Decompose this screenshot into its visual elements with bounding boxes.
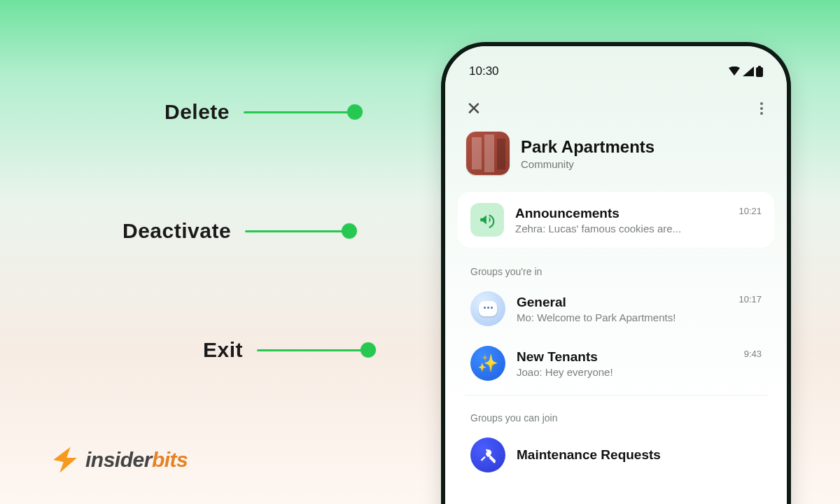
status-bar: 10:30 (445, 46, 787, 84)
sparkles-icon: ✨ (470, 346, 505, 381)
svg-rect-0 (756, 67, 763, 77)
label-delete: Delete (164, 100, 230, 124)
label-deactivate-row: Deactivate (122, 217, 357, 245)
status-time: 10:30 (469, 64, 499, 78)
chat-time: 10:21 (738, 206, 762, 216)
label-deactivate: Deactivate (122, 219, 231, 243)
connector-dot (360, 342, 376, 358)
label-exit: Exit (203, 338, 243, 362)
chat-preview: Zehra: Lucas' famous cookies are... (515, 223, 727, 234)
chat-title: New Tenants (517, 349, 733, 365)
status-icons (728, 66, 763, 77)
community-title-block: Park Apartments Community (521, 137, 654, 170)
connector-line (257, 349, 362, 351)
chat-maintenance[interactable]: Maintenance Requests (458, 428, 774, 482)
chat-body: Maintenance Requests (517, 447, 762, 463)
section-groups-in: Groups you're in (445, 253, 787, 281)
chat-title: Announcements (515, 206, 727, 221)
speech-bubble-icon (470, 291, 505, 326)
community-title: Park Apartments (521, 137, 654, 157)
connector-dot (347, 104, 363, 120)
logo-arrow-icon (49, 444, 81, 476)
logo-text: insiderbits (85, 448, 188, 472)
chat-general[interactable]: General Mo: Welcome to Park Apartments! … (458, 281, 774, 336)
chat-preview: Joao: Hey everyone! (517, 366, 733, 378)
label-delete-row: Delete (164, 98, 363, 126)
more-options-icon[interactable] (757, 99, 766, 118)
connector-dot (342, 223, 357, 239)
chat-time: 9:43 (744, 349, 762, 359)
community-avatar (466, 132, 510, 175)
svg-rect-1 (758, 66, 761, 68)
illustration-canvas: Delete Deactivate Exit insiderbits 10:30 (0, 0, 840, 504)
chat-time: 10:17 (738, 294, 762, 304)
connector-line (244, 111, 349, 113)
chat-body: Announcements Zehra: Lucas' famous cooki… (515, 206, 727, 234)
close-icon[interactable]: ✕ (466, 99, 482, 118)
header-row: ✕ (445, 84, 787, 126)
chat-body: General Mo: Welcome to Park Apartments! (517, 295, 727, 323)
chat-body: New Tenants Joao: Hey everyone! (517, 349, 733, 378)
megaphone-icon (470, 203, 504, 237)
chat-preview: Mo: Welcome to Park Apartments! (517, 312, 727, 323)
label-exit-row: Exit (203, 336, 376, 364)
community-header[interactable]: Park Apartments Community (445, 126, 787, 192)
chat-title: Maintenance Requests (517, 447, 762, 463)
logo-text-part1: insider (85, 448, 152, 471)
section-groups-join: Groups you can join (445, 400, 787, 428)
community-subtitle: Community (521, 158, 654, 170)
chat-new-tenants[interactable]: ✨ New Tenants Joao: Hey everyone! 9:43 (458, 336, 774, 391)
logo-text-part2: bits (152, 448, 188, 471)
chat-announcements[interactable]: Announcements Zehra: Lucas' famous cooki… (458, 192, 774, 248)
divider (465, 395, 767, 396)
battery-icon (756, 66, 763, 77)
chat-title: General (517, 295, 727, 310)
tools-icon (470, 438, 505, 472)
wifi-icon (728, 66, 741, 76)
connector-line (245, 230, 343, 232)
phone-screen: 10:30 ✕ Park Apartments Community (445, 46, 787, 504)
phone-mockup: 10:30 ✕ Park Apartments Community (441, 42, 791, 504)
insiderbits-logo: insiderbits (49, 444, 188, 476)
signal-icon (743, 66, 754, 76)
